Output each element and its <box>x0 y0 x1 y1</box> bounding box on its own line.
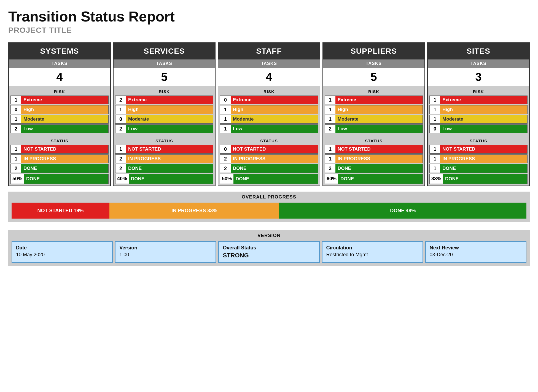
status-label-systems-1: IN PROGRESS <box>21 155 108 163</box>
risk-row-services-0: 2 Extreme <box>115 96 213 104</box>
status-label-staff-0: NOT STARTED <box>231 145 318 153</box>
status-label-staff-2: DONE <box>231 164 318 173</box>
done-pct-row-services: 40% DONE <box>115 174 213 184</box>
tasks-label-systems: TASKS <box>9 59 110 68</box>
risk-num-systems-0: 1 <box>11 96 21 104</box>
status-header-staff: STATUS <box>220 138 318 143</box>
risk-num-services-0: 2 <box>115 96 126 104</box>
version-cell-title-4: Next Review <box>430 245 522 251</box>
risk-row-services-2: 0 Moderate <box>115 115 213 124</box>
status-label-services-1: IN PROGRESS <box>126 155 213 163</box>
status-label-sites-2: DONE <box>440 164 527 173</box>
version-cell-value-3: Restricted to Mgmt <box>326 252 419 258</box>
status-section-suppliers: STATUS 1 NOT STARTED 1 IN PROGRESS 3 DON… <box>323 136 424 186</box>
risk-row-sites-1: 1 High <box>429 105 528 114</box>
risk-label-systems: RISK <box>10 89 109 94</box>
status-label-sites-1: IN PROGRESS <box>440 155 527 163</box>
risk-row-services-1: 1 High <box>115 105 213 114</box>
version-cell-2: Overall Status STRONG <box>218 241 319 263</box>
status-num-sites-1: 1 <box>430 155 440 163</box>
risk-num-staff-1: 1 <box>220 105 231 114</box>
version-cell-title-2: Overall Status <box>223 245 315 251</box>
risk-num-systems-1: 0 <box>11 105 21 114</box>
tasks-label-suppliers: TASKS <box>323 59 424 68</box>
tasks-label-sites: TASKS <box>428 59 529 68</box>
risk-row-suppliers-0: 1 Extreme <box>325 96 423 104</box>
done-pct-num-suppliers: 60% <box>325 174 338 184</box>
version-label: VERSION <box>12 233 526 238</box>
done-pct-num-systems: 50% <box>11 174 24 184</box>
tasks-count-systems: 4 <box>9 68 110 86</box>
status-row-staff-1: 2 IN PROGRESS <box>220 154 318 163</box>
status-row-services-1: 2 IN PROGRESS <box>115 154 213 163</box>
status-label-services-0: NOT STARTED <box>126 145 213 153</box>
status-header-systems: STATUS <box>10 138 109 143</box>
done-pct-row-suppliers: 60% DONE <box>325 174 423 184</box>
risk-num-sites-0: 1 <box>430 96 440 104</box>
status-label-suppliers-0: NOT STARTED <box>335 145 423 153</box>
version-cell-title-3: Circulation <box>326 245 419 251</box>
page-title: Transition Status Report <box>8 8 530 25</box>
col-suppliers: SUPPLIERS TASKS 5 RISK 1 Extreme 1 High … <box>322 42 425 186</box>
risk-label-staff: RISK <box>220 89 318 94</box>
risk-num-systems-3: 2 <box>11 125 21 133</box>
col-header-services: SERVICES <box>114 43 215 59</box>
status-num-services-1: 2 <box>115 155 126 163</box>
risk-section-sites: RISK 1 Extreme 1 High 1 Moderate 0 <box>428 86 529 136</box>
risk-level-staff-0: Extreme <box>231 96 318 104</box>
done-pct-label-sites: DONE <box>443 174 527 184</box>
status-row-staff-2: 2 DONE <box>220 164 318 173</box>
risk-row-staff-0: 0 Extreme <box>220 96 318 104</box>
risk-level-sites-0: Extreme <box>440 96 527 104</box>
col-sites: SITES TASKS 3 RISK 1 Extreme 1 High 1 Mo… <box>427 42 530 186</box>
status-section-staff: STATUS 0 NOT STARTED 2 IN PROGRESS 2 DON… <box>218 136 320 186</box>
done-pct-num-sites: 33% <box>430 174 443 184</box>
version-cell-3: Circulation Restricted to Mgmt <box>322 241 423 263</box>
progress-bar: NOT STARTED 19%IN PROGRESS 33%DONE 48% <box>12 203 526 219</box>
tasks-label-staff: TASKS <box>218 59 320 68</box>
status-row-systems-0: 1 NOT STARTED <box>10 145 109 154</box>
risk-level-services-1: High <box>126 105 213 114</box>
risk-row-systems-3: 2 Low <box>10 124 109 133</box>
status-num-systems-1: 1 <box>11 155 21 163</box>
risk-row-services-3: 2 Low <box>115 124 213 133</box>
status-label-sites-0: NOT STARTED <box>440 145 527 153</box>
risk-level-staff-1: High <box>231 105 318 114</box>
progress-pb-in-progress: IN PROGRESS 33% <box>109 203 279 219</box>
status-num-suppliers-0: 1 <box>325 145 335 153</box>
status-num-sites-0: 1 <box>430 145 440 153</box>
done-pct-row-sites: 33% DONE <box>429 174 528 184</box>
status-row-sites-0: 1 NOT STARTED <box>429 145 528 154</box>
status-header-sites: STATUS <box>429 138 528 143</box>
risk-level-staff-3: Low <box>231 125 318 133</box>
risk-row-suppliers-1: 1 High <box>325 105 423 114</box>
risk-label-suppliers: RISK <box>325 89 423 94</box>
risk-section-suppliers: RISK 1 Extreme 1 High 1 Moderate 2 <box>323 86 424 136</box>
version-cell-4: Next Review 03-Dec-20 <box>425 241 526 263</box>
risk-row-systems-0: 1 Extreme <box>10 96 109 104</box>
status-row-systems-1: 1 IN PROGRESS <box>10 154 109 163</box>
status-label-systems-2: DONE <box>21 164 108 173</box>
risk-num-suppliers-0: 1 <box>325 96 335 104</box>
risk-num-services-1: 1 <box>115 105 126 114</box>
risk-level-suppliers-2: Moderate <box>335 115 423 123</box>
risk-num-sites-3: 0 <box>430 125 440 133</box>
status-section-systems: STATUS 1 NOT STARTED 1 IN PROGRESS 2 DON… <box>9 136 110 186</box>
version-cell-value-0: 10 May 2020 <box>16 252 108 258</box>
risk-level-staff-2: Moderate <box>231 115 318 123</box>
risk-num-sites-2: 1 <box>430 115 440 123</box>
status-row-sites-1: 1 IN PROGRESS <box>429 154 528 163</box>
risk-level-suppliers-1: High <box>335 105 423 114</box>
version-cell-1: Version 1.00 <box>115 241 216 263</box>
risk-level-systems-2: Moderate <box>21 115 108 123</box>
status-header-services: STATUS <box>115 138 213 143</box>
risk-level-systems-1: High <box>21 105 108 114</box>
status-row-services-0: 1 NOT STARTED <box>115 145 213 154</box>
risk-level-services-0: Extreme <box>126 96 213 104</box>
risk-level-systems-0: Extreme <box>21 96 108 104</box>
status-header-suppliers: STATUS <box>325 138 423 143</box>
risk-row-sites-0: 1 Extreme <box>429 96 528 104</box>
risk-level-suppliers-0: Extreme <box>335 96 423 104</box>
risk-num-staff-3: 1 <box>220 125 231 133</box>
risk-level-sites-3: Low <box>440 125 527 133</box>
